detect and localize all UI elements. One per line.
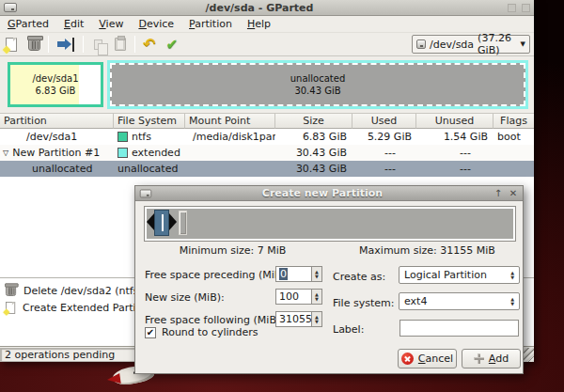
chevron-down-icon: ▼ [521,40,525,48]
create-operation-icon [6,302,15,314]
resize-move-button[interactable] [52,34,80,55]
table-row-sda1[interactable]: /dev/sda1 ntfs /media/disk1part1 6.83 Gi… [0,129,534,145]
partition-block-size: 30.43 GiB [294,85,340,97]
dialog-icon [140,189,152,197]
new-size-entry[interactable]: 100 [275,289,311,305]
free-preceding-entry[interactable]: 0 [275,266,311,282]
column-header-flags[interactable]: Flags [494,114,534,129]
cancel-icon [401,353,414,365]
cell-mountpoint: /media/disk1part1 [185,129,275,145]
file-system-dropdown[interactable]: ext4 ▲▼ [399,292,520,310]
cell-partition: /dev/sda1 [0,129,114,145]
shade-button[interactable]: ↑ [493,188,504,199]
ntfs-color-swatch [118,132,128,142]
window-titlebar[interactable]: /dev/sda - GParted [0,0,534,16]
menu-partition[interactable]: Partition [181,16,240,32]
slider-grip[interactable] [179,211,187,235]
free-following-spinner[interactable]: 31055 ▲▼ [275,311,322,327]
cancel-button[interactable]: Cancel [398,349,457,368]
column-header-mountpoint[interactable]: Mount Point [185,114,275,129]
harddrive-icon [4,3,17,12]
spinner-arrows-icon[interactable]: ▲▼ [311,311,322,327]
slider-left-arrow-handle[interactable] [147,213,154,230]
file-system-value: ext4 [404,295,427,307]
toolbar-separator [48,36,49,53]
new-size-label: New size (MiB): [145,291,225,304]
dialog-title: Create new Partition [156,187,489,199]
cell-flags [494,161,534,177]
slider-center-line [162,214,164,231]
slider-right-arrow-handle[interactable] [169,213,177,230]
create-as-value: Logical Partition [404,269,487,281]
create-as-dropdown[interactable]: Logical Partition ▲▼ [399,266,520,284]
menu-help[interactable]: Help [240,16,278,32]
resize-move-icon [57,38,74,52]
column-header-used[interactable]: Used [352,114,416,129]
device-name: /dev/sda [430,39,474,51]
free-following-label: Free space following (MiB): [145,314,284,326]
delete-partition-button[interactable] [23,34,45,55]
menu-view[interactable]: View [91,16,131,32]
undo-icon: ↶ [143,37,155,52]
spinner-arrows-icon[interactable]: ▲▼ [311,266,322,282]
operation-text: Delete /dev/sda2 (ntfs, 3 [24,285,151,297]
plus-icon [474,353,484,364]
free-preceding-spinner[interactable]: 0 ▲▼ [275,266,322,282]
menu-edit[interactable]: Edit [56,16,91,32]
cell-partition: ▽ New Partition #1 [0,145,114,161]
label-input[interactable] [400,320,519,337]
free-preceding-label: Free space preceding (MiB): [145,269,289,281]
dropdown-arrows-icon: ▲▼ [510,271,514,280]
round-to-cylinders-checkbox[interactable]: ✔ Round to cylinders [145,326,258,338]
cell-unused: --- [416,145,494,161]
cell-unused: 1.54 GiB [416,129,494,145]
paste-button[interactable] [109,34,132,55]
cell-used: --- [352,161,416,177]
label-label: Label: [333,323,364,336]
maximize-button[interactable] [508,4,516,12]
dialog-titlebar[interactable]: Create new Partition ↑ ✕ [135,186,523,201]
add-button[interactable]: Add [462,349,521,368]
logo-red-accent [106,373,120,385]
cell-filesystem: unallocated [114,161,185,177]
partition-size-slider[interactable] [144,206,516,242]
new-partition-button[interactable] [0,34,23,55]
expander-icon[interactable]: ▽ [3,149,8,157]
cell-used: --- [352,145,416,161]
device-selector[interactable]: /dev/sda (37.26 GiB) ▼ [412,35,530,54]
file-system-label: File system: [333,297,394,309]
menu-gparted[interactable]: GParted [0,16,56,32]
table-row-new-partition[interactable]: ▽ New Partition #1 extended 30.43 GiB --… [0,145,534,161]
round-to-cylinders-label: Round to cylinders [162,326,258,338]
cell-mountpoint [185,145,275,161]
table-row-unallocated-selected[interactable]: unallocated unallocated 30.43 GiB --- --… [0,161,534,177]
cell-filesystem: ntfs [114,129,185,145]
copy-button[interactable] [86,34,109,55]
partition-block-unallocated[interactable]: unallocated 30.43 GiB [107,60,528,109]
free-following-entry[interactable]: 31055 [275,311,311,327]
partition-block-size: 6.83 GiB [36,85,76,97]
slider-partition-segment[interactable] [154,210,169,236]
menu-device[interactable]: Device [131,16,181,32]
new-size-spinner[interactable]: 100 ▲▼ [275,289,322,305]
cell-unused: --- [416,161,494,177]
cell-used: 5.29 GiB [352,129,416,145]
checkbox-check-icon[interactable]: ✔ [145,327,156,338]
extended-color-swatch [118,148,128,158]
create-partition-dialog: Create new Partition ↑ ✕ Minimum size: 7… [134,185,524,374]
column-header-size[interactable]: Size [275,114,352,129]
undo-button[interactable]: ↶ [138,34,161,55]
column-header-filesystem[interactable]: File System [114,114,185,129]
partition-block-sda1[interactable]: /dev/sda1 6.83 GiB [8,62,103,107]
spinner-arrows-icon[interactable]: ▲▼ [311,289,322,305]
dialog-close-button[interactable]: ✕ [508,188,519,199]
delete-operation-icon [6,285,16,296]
close-button[interactable] [522,4,530,12]
column-header-partition[interactable]: Partition [0,114,114,129]
size-limits-row: Minimum size: 7 MiB Maximum size: 31155 … [135,244,525,257]
minimum-size-label: Minimum size: 7 MiB [135,244,330,257]
column-header-unused[interactable]: Unused [416,114,494,129]
trash-icon [28,38,40,51]
apply-button[interactable]: ✔ [161,34,183,55]
partition-visual-bar: /dev/sda1 6.83 GiB unallocated 30.43 GiB [0,56,534,114]
